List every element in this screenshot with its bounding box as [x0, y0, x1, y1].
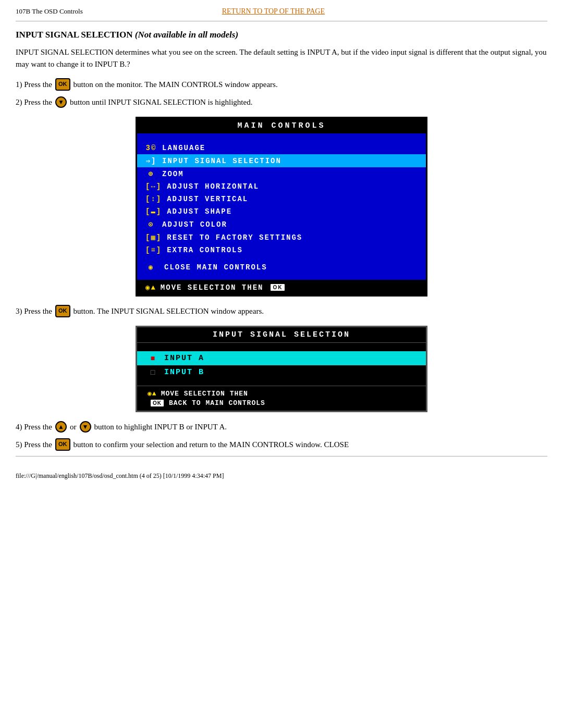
- adjust-color-label: ADJUST COLOR: [162, 220, 227, 229]
- input-signal-menu-title: INPUT SIGNAL SELECTION: [137, 327, 426, 343]
- menu-item-zoom: ⊕ ZOOM: [137, 167, 426, 180]
- input-b-label: INPUT B: [164, 368, 204, 377]
- step3-suffix: button. The INPUT SIGNAL SELECTION windo…: [74, 305, 264, 317]
- input-a-icon: ■: [148, 354, 159, 363]
- adjust-horizontal-label: ADJUST HORIZONTAL: [167, 182, 259, 191]
- footer-lines: ◉▲ MOVE SELECTION THEN OK BACK TO MAIN C…: [148, 389, 265, 408]
- status-bar: file:///G|/manual/english/107B/osd/osd_c…: [16, 456, 547, 480]
- ok-badge-step5: OK: [55, 438, 70, 451]
- ok-badge-step3: OK: [55, 305, 70, 317]
- input-signal-label: INPUT SIGNAL SELECTION: [162, 157, 282, 165]
- main-controls-footer: ◉▲ MOVE SELECTION THEN OK: [137, 280, 426, 295]
- page-container: 107B The OSD Controls RETURN TO TOP OF T…: [0, 0, 563, 728]
- top-bar: 107B The OSD Controls RETURN TO TOP OF T…: [16, 5, 547, 18]
- intro-paragraph: INPUT SIGNAL SELECTION determines what y…: [16, 46, 547, 70]
- input-signal-menu-body: ■ INPUT A □ INPUT B: [137, 343, 426, 386]
- adjust-horizontal-icon: [↔]: [145, 182, 162, 191]
- menu-item-adjust-color: ⊙ ADJUST COLOR: [137, 218, 426, 231]
- close-icon: ◉: [145, 263, 157, 272]
- up-arrow-icon: ▲: [55, 421, 67, 433]
- section-title: INPUT SIGNAL SELECTION (Not available in…: [16, 30, 547, 40]
- adjust-shape-icon: [▬]: [145, 207, 162, 216]
- menu-item-reset: [▦] RESET TO FACTORY SETTINGS: [137, 231, 426, 244]
- ok-badge-step1: OK: [55, 78, 70, 91]
- step-1: 1) Press the OK button on the monitor. T…: [16, 78, 547, 91]
- status-bar-text: file:///G|/manual/english/107B/osd/osd_c…: [16, 472, 224, 479]
- footer-ok-badge2: OK: [150, 399, 165, 408]
- menu2-item-input-b: □ INPUT B: [137, 365, 426, 379]
- menu-item-adjust-shape: [▬] ADJUST SHAPE: [137, 205, 426, 218]
- main-controls-body: 3© LANGUAGE ⇒] INPUT SIGNAL SELECTION ⊕ …: [137, 133, 426, 280]
- footer-line2-container: OK BACK TO MAIN CONTROLS: [148, 399, 265, 408]
- language-icon: 3©: [145, 144, 157, 152]
- step-4: 4) Press the ▲ or ▼ button to highlight …: [16, 421, 547, 433]
- menu-item-close: ◉ CLOSE MAIN CONTROLS: [137, 261, 426, 274]
- step2-text: 2) Press the: [16, 96, 52, 108]
- input-b-icon: □: [148, 368, 159, 377]
- reset-label: RESET TO FACTORY SETTINGS: [167, 233, 302, 242]
- menu2-item-input-a: ■ INPUT A: [137, 351, 426, 365]
- step3-text: 3) Press the: [16, 305, 52, 317]
- step1-text: 1) Press the: [16, 78, 52, 91]
- footer-ok-badge: OK: [270, 283, 286, 292]
- return-to-top-link[interactable]: RETURN TO TOP OF THE PAGE: [83, 7, 464, 16]
- input-signal-menu: INPUT SIGNAL SELECTION ■ INPUT A □ INPUT…: [136, 326, 427, 412]
- input-a-label: INPUT A: [164, 354, 204, 363]
- step5-text: 5) Press the: [16, 438, 52, 451]
- adjust-vertical-label: ADJUST VERTICAL: [167, 195, 248, 203]
- main-controls-menu: MAIN CONTROLS 3© LANGUAGE ⇒] INPUT SIGNA…: [136, 117, 427, 297]
- step2-suffix: button until INPUT SIGNAL SELECTION is h…: [70, 96, 252, 108]
- divider: [16, 21, 547, 21]
- footer-icons: ◉▲: [145, 283, 156, 292]
- step5-suffix: button to confirm your selection and ret…: [74, 438, 349, 451]
- step1-suffix: button on the monitor. The MAIN CONTROLS…: [74, 78, 278, 91]
- close-label: CLOSE MAIN CONTROLS: [164, 263, 267, 272]
- input-signal-menu-footer: ◉▲ MOVE SELECTION THEN OK BACK TO MAIN C…: [137, 386, 426, 411]
- extra-controls-icon: [≡]: [145, 246, 162, 254]
- zoom-label: ZOOM: [162, 170, 184, 178]
- input-signal-icon: ⇒]: [145, 156, 157, 165]
- step4-suffix: button to highlight INPUT B or INPUT A.: [94, 421, 227, 433]
- footer-icons2: ◉▲: [148, 389, 157, 398]
- extra-controls-label: EXTRA CONTROLS: [167, 246, 243, 254]
- reset-icon: [▦]: [145, 233, 162, 242]
- top-bar-title: 107B The OSD Controls: [16, 7, 83, 16]
- language-label: LANGUAGE: [162, 144, 205, 152]
- main-controls-title: MAIN CONTROLS: [137, 118, 426, 133]
- zoom-icon: ⊕: [145, 169, 157, 178]
- menu-item-adjust-vertical: [↕] ADJUST VERTICAL: [137, 193, 426, 205]
- footer-label: MOVE SELECTION THEN: [161, 283, 264, 292]
- menu-item-input-signal: ⇒] INPUT SIGNAL SELECTION: [137, 154, 426, 167]
- step-3: 3) Press the OK button. The INPUT SIGNAL…: [16, 305, 547, 317]
- adjust-vertical-icon: [↕]: [145, 195, 162, 203]
- menu-item-adjust-horizontal: [↔] ADJUST HORIZONTAL: [137, 180, 426, 193]
- down-arrow-icon: ▼: [55, 96, 67, 108]
- down-arrow-icon2: ▼: [80, 421, 91, 433]
- footer-line1-text: MOVE SELECTION THEN: [161, 390, 248, 398]
- footer-line2-text: BACK TO MAIN CONTROLS: [169, 399, 265, 407]
- footer-line1-container: ◉▲ MOVE SELECTION THEN: [148, 389, 265, 398]
- adjust-shape-label: ADJUST SHAPE: [167, 207, 232, 216]
- menu-item-language: 3© LANGUAGE: [137, 142, 426, 154]
- step4-text: 4) Press the: [16, 421, 52, 433]
- menu-item-extra-controls: [≡] EXTRA CONTROLS: [137, 244, 426, 256]
- step-5: 5) Press the OK button to confirm your s…: [16, 438, 547, 451]
- step-2: 2) Press the ▼ button until INPUT SIGNAL…: [16, 96, 547, 108]
- adjust-color-icon: ⊙: [145, 220, 157, 229]
- step4-middle: or: [70, 421, 77, 433]
